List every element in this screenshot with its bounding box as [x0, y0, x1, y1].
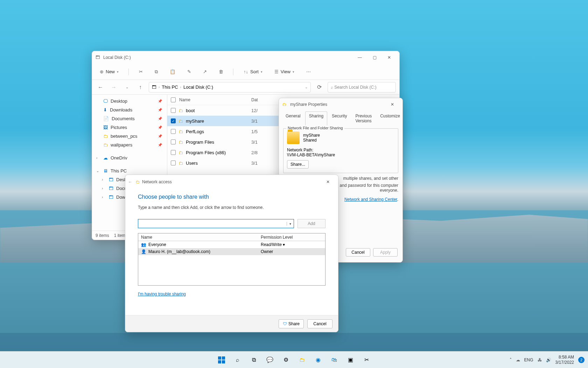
user-icon: 👤 [141, 249, 146, 254]
row-checkbox[interactable] [171, 161, 176, 165]
pin-icon: 📌 [158, 117, 162, 121]
rename-button[interactable]: ✎ [184, 67, 195, 76]
explorer-titlebar[interactable]: 🗔 Local Disk (C:) — ▢ ✕ [92, 51, 399, 64]
chevron-down-icon[interactable]: ⌄ [305, 85, 308, 89]
taskbar-app-store[interactable]: 🛍 [327, 353, 341, 367]
select-all-checkbox[interactable] [171, 97, 176, 102]
back-button[interactable]: ← [96, 82, 105, 92]
pc-icon: 🖥 [103, 168, 108, 173]
share-button[interactable]: Share... [287, 160, 309, 169]
sidebar-item-onedrive[interactable]: ›☁OneDriv [94, 154, 165, 162]
chevron-down-icon[interactable]: ▾ [287, 222, 294, 226]
name-combobox[interactable]: ▾ [138, 219, 294, 228]
folder-icon: 🗀 [103, 142, 108, 148]
window-title: Network access [142, 179, 172, 184]
shield-icon: 🛡 [283, 321, 287, 326]
clock[interactable]: 8:58 AM 3/17/2022 [555, 355, 574, 365]
network-path-label: Network Path: [287, 148, 394, 152]
new-button[interactable]: ⊕New▾ [96, 67, 122, 76]
taskbar-app-settings[interactable]: ⚙ [279, 353, 293, 367]
cut-button[interactable]: ✂ [135, 67, 146, 76]
sidebar-item-desktop[interactable]: 🖵Desktop📌 [94, 97, 165, 105]
breadcrumb-item[interactable]: This PC [162, 84, 178, 90]
start-button[interactable] [215, 353, 229, 367]
folder-icon: 🗀 [282, 102, 287, 107]
item-count: 9 items [96, 233, 109, 238]
breadcrumb-item[interactable]: Local Disk (C:) [183, 84, 213, 90]
sidebar-item-documents[interactable]: 📄Documents📌 [94, 114, 165, 123]
properties-titlebar[interactable]: 🗀 myShare Properties ✕ [279, 98, 402, 111]
share-button[interactable]: 🛡Share [279, 319, 304, 328]
list-row[interactable]: 👥EveryoneRead/Write ▾ [138, 241, 325, 248]
search-input[interactable]: ⌕ Search Local Disk (C:) [328, 82, 396, 93]
sidebar-item-wallpapers[interactable]: 🗀wallpapers📌 [94, 141, 165, 149]
tab-customize[interactable]: Customize [376, 111, 404, 125]
tray-chevron-icon[interactable]: ˄ [510, 357, 512, 362]
taskbar-app-explorer[interactable]: 🗀 [295, 353, 309, 367]
paste-button[interactable]: 📋 [166, 67, 179, 76]
sidebar-item-pictures[interactable]: 🖼Pictures📌 [94, 123, 165, 132]
folder-icon: 🗔 [109, 195, 113, 200]
row-checkbox[interactable]: ✓ [171, 118, 176, 123]
sharing-center-link[interactable]: Network and Sharing Center [344, 197, 397, 202]
tab-sharing[interactable]: Sharing [305, 111, 327, 125]
taskbar-app-chat[interactable]: 💬 [263, 353, 277, 367]
list-row[interactable]: 👤Mauro H. (m__lab@outlook.com)Owner [138, 248, 325, 255]
view-button[interactable]: ☰View▾ [271, 67, 298, 76]
sidebar-item-downloads[interactable]: ⬇Downloads📌 [94, 105, 165, 114]
search-button[interactable]: ⌕ [231, 353, 245, 367]
row-checkbox[interactable] [171, 108, 176, 113]
copy-button[interactable]: ⧉ [151, 67, 161, 76]
help-link[interactable]: I'm having trouble sharing [138, 292, 186, 297]
forward-button[interactable]: → [109, 82, 119, 92]
network-icon[interactable]: 🖧 [538, 357, 542, 362]
cancel-button[interactable]: Cancel [307, 319, 332, 328]
dialog-heading: Choose people to share with [138, 194, 326, 200]
windows-icon [218, 356, 225, 363]
maximize-button[interactable]: ▢ [367, 52, 382, 63]
onedrive-icon[interactable]: ☁ [516, 357, 520, 362]
close-button[interactable]: ✕ [385, 99, 400, 110]
taskbar[interactable]: ⌕ ⧉ 💬 ⚙ 🗀 ◉ 🛍 ▣ ✂ ˄ ☁ ENG 🖧 🔊 8:58 AM 3/… [0, 351, 588, 368]
sort-button[interactable]: ↑↓Sort▾ [240, 67, 266, 76]
sidebar-item-thispc[interactable]: ⌄🖥This PC [94, 166, 165, 175]
explorer-toolbar: ⊕New▾ │ ✂ ⧉ 📋 ✎ ↗ 🗑 │ ↑↓Sort▾ ☰View▾ ⋯ [92, 64, 399, 80]
pin-icon: 📌 [158, 108, 162, 112]
task-view-button[interactable]: ⧉ [247, 353, 261, 367]
breadcrumb[interactable]: 🗔 › This PC › Local Disk (C:) ⌄ [149, 82, 311, 93]
taskbar-app-snip[interactable]: ✂ [359, 353, 373, 367]
recent-button[interactable]: ⌄ [122, 82, 132, 92]
chevron-down-icon: ▾ [117, 70, 119, 74]
tab-previous-versions[interactable]: Previous Versions [351, 111, 376, 125]
notification-badge[interactable]: 2 [578, 357, 584, 363]
chevron-down-icon: ▾ [293, 70, 294, 74]
folder-icon: 🗀 [178, 129, 183, 134]
close-button[interactable]: ✕ [382, 52, 397, 63]
taskbar-app-terminal[interactable]: ▣ [343, 353, 357, 367]
refresh-button[interactable]: ⟳ [314, 82, 324, 92]
add-button[interactable]: Add [298, 219, 326, 228]
tab-security[interactable]: Security [328, 111, 351, 125]
more-button[interactable]: ⋯ [303, 67, 314, 76]
row-checkbox[interactable] [171, 129, 176, 134]
volume-icon[interactable]: 🔊 [546, 357, 551, 362]
network-access-titlebar[interactable]: ← 🗀 Network access ✕ [125, 175, 338, 189]
back-button[interactable]: ← [128, 179, 132, 184]
row-checkbox[interactable] [171, 150, 176, 155]
system-tray[interactable]: ˄ ☁ ENG 🖧 🔊 8:58 AM 3/17/2022 2 [510, 355, 584, 365]
folder-icon: 🗀 [178, 161, 183, 166]
sidebar-item-between_pcs[interactable]: 🗀between_pcs📌 [94, 132, 165, 141]
language-indicator[interactable]: ENG [524, 357, 533, 362]
close-button[interactable]: ✕ [321, 177, 335, 187]
delete-button[interactable]: 🗑 [215, 67, 227, 76]
tab-general[interactable]: General [282, 111, 304, 125]
cancel-button[interactable]: Cancel [346, 248, 370, 257]
minimize-button[interactable]: — [352, 52, 367, 63]
chevron-right-icon: › [102, 178, 103, 182]
taskbar-app-edge[interactable]: ◉ [311, 353, 325, 367]
apply-button[interactable]: Apply [373, 248, 398, 257]
row-checkbox[interactable] [171, 139, 176, 144]
pin-icon: 📌 [158, 99, 162, 103]
share-button[interactable]: ↗ [200, 67, 210, 76]
up-button[interactable]: ↑ [135, 82, 145, 92]
